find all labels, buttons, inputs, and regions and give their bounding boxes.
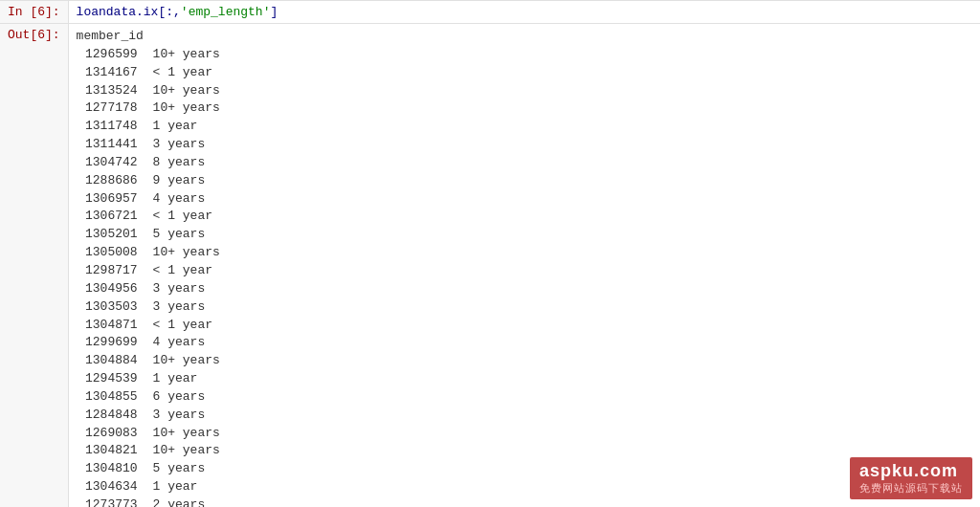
table-row: 13047428 years [77,154,972,172]
output-rows: 129659910+ years1314167< 1 year131352410… [77,46,972,507]
series-header: member_id [77,28,159,46]
code-prefix: loandata.ix[:, [77,5,181,19]
table-row: 12848483 years [77,407,972,425]
row-id: 1269083 [77,425,153,443]
row-value: < 1 year [153,208,212,226]
output-block: member_id 129659910+ years1314167< 1 yea… [77,28,972,507]
row-id: 1305008 [77,244,153,262]
row-value: 6 years [153,388,206,407]
input-cell: In [6]: loandata.ix[:,'emp_length'] [0,0,980,23]
table-row: 13114413 years [77,136,972,154]
table-row: 13049563 years [77,280,972,298]
row-value: 3 years [153,136,206,154]
row-value: 4 years [153,334,206,352]
row-id: 1294539 [77,370,153,388]
table-row: 12996994 years [77,334,972,352]
row-value: 2 years [153,496,206,507]
row-value: 5 years [153,226,206,244]
table-row: 126908310+ years [77,425,972,443]
table-row: 13046341 year [77,478,972,496]
row-value: < 1 year [153,317,212,335]
table-row: 13052015 years [77,226,972,244]
row-id: 1288686 [77,172,153,190]
row-value: 9 years [153,172,206,190]
code-string: 'emp_length' [181,5,271,19]
watermark-main: aspku.com [859,461,958,480]
row-id: 1314167 [77,64,153,82]
row-id: 1304855 [77,388,153,407]
row-value: < 1 year [153,64,212,82]
table-row: 12886869 years [77,172,972,190]
row-id: 1304871 [77,317,153,335]
table-row: 1306721< 1 year [77,208,972,226]
row-value: 10+ years [153,46,220,64]
row-id: 1304956 [77,280,153,298]
output-content: member_id 129659910+ years1314167< 1 yea… [69,24,980,507]
row-id: 1298717 [77,262,153,280]
input-content: loandata.ix[:,'emp_length'] [69,1,980,23]
output-cell: Out[6]: member_id 129659910+ years131416… [0,23,980,507]
table-row: 12737732 years [77,496,972,507]
row-value: 10+ years [153,244,220,262]
row-id: 1311748 [77,118,153,136]
table-row: 127717810+ years [77,99,972,118]
row-value: 10+ years [153,352,220,370]
row-id: 1304884 [77,352,153,370]
row-value: 10+ years [153,99,220,118]
row-id: 1306721 [77,208,153,226]
row-id: 1299699 [77,334,153,352]
row-id: 1284848 [77,407,153,425]
row-id: 1304810 [77,460,153,478]
table-row: 13048105 years [77,460,972,478]
series-header-line: member_id [77,28,972,46]
watermark-sub: 免费网站源码下载站 [859,481,963,496]
row-id: 1306957 [77,190,153,209]
row-value: 5 years [153,460,206,478]
table-row: 130500810+ years [77,244,972,262]
row-value: 3 years [153,298,206,317]
table-row: 1298717< 1 year [77,262,972,280]
table-row: 131352410+ years [77,82,972,100]
watermark: aspku.com 免费网站源码下载站 [850,457,972,499]
table-row: 13035033 years [77,298,972,317]
table-row: 12945391 year [77,370,972,388]
row-id: 1277178 [77,99,153,118]
row-value: 3 years [153,280,206,298]
table-row: 1304871< 1 year [77,317,972,335]
notebook: In [6]: loandata.ix[:,'emp_length'] Out[… [0,0,980,507]
row-value: 10+ years [153,425,220,443]
code-suffix: ] [270,5,278,19]
table-row: 13117481 year [77,118,972,136]
row-value: 1 year [153,478,198,496]
row-id: 1311441 [77,136,153,154]
table-row: 13048556 years [77,388,972,407]
table-row: 130482110+ years [77,442,972,460]
row-id: 1304821 [77,442,153,460]
row-id: 1305201 [77,226,153,244]
row-value: 8 years [153,154,206,172]
row-id: 1304634 [77,478,153,496]
row-id: 1296599 [77,46,153,64]
row-value: 1 year [153,370,198,388]
row-value: 10+ years [153,82,220,100]
table-row: 130488410+ years [77,352,972,370]
row-value: 3 years [153,407,206,425]
row-value: < 1 year [153,262,212,280]
row-value: 10+ years [153,442,220,460]
row-value: 1 year [153,118,198,136]
table-row: 129659910+ years [77,46,972,64]
row-id: 1304742 [77,154,153,172]
output-label: Out[6]: [0,24,69,507]
row-id: 1303503 [77,298,153,317]
table-row: 13069574 years [77,190,972,209]
row-value: 4 years [153,190,206,209]
table-row: 1314167< 1 year [77,64,972,82]
row-id: 1273773 [77,496,153,507]
input-label: In [6]: [0,1,69,23]
row-id: 1313524 [77,82,153,100]
